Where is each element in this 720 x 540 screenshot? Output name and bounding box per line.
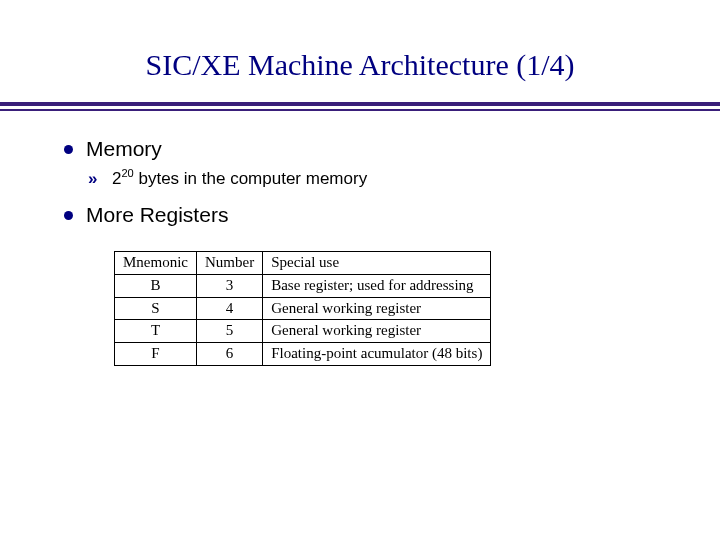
cell-use: General working register [263, 297, 491, 320]
cell-number: 3 [197, 274, 263, 297]
table-row: F 6 Floating-point acumulator (48 bits) [115, 343, 491, 366]
table-header-row: Mnemonic Number Special use [115, 252, 491, 275]
bullet-more-registers: More Registers Mnemonic Number Special u… [58, 203, 662, 366]
cell-mnemonic: F [115, 343, 197, 366]
slide: SIC/XE Machine Architecture (1/4) Memory… [0, 48, 720, 540]
bullet-memory: Memory » 220 bytes in the computer memor… [58, 137, 662, 189]
cell-number: 5 [197, 320, 263, 343]
cell-number: 6 [197, 343, 263, 366]
memory-rest: bytes in the computer memory [134, 169, 367, 188]
cell-use: General working register [263, 320, 491, 343]
col-mnemonic: Mnemonic [115, 252, 197, 275]
slide-body: Memory » 220 bytes in the computer memor… [0, 111, 720, 366]
table-row: B 3 Base register; used for addressing [115, 274, 491, 297]
col-number: Number [197, 252, 263, 275]
table-row: T 5 General working register [115, 320, 491, 343]
memory-exponent: 20 [121, 167, 133, 179]
arrow-icon: » [88, 169, 97, 189]
registers-table: Mnemonic Number Special use B 3 Base reg… [114, 251, 491, 366]
cell-mnemonic: T [115, 320, 197, 343]
cell-mnemonic: B [115, 274, 197, 297]
cell-mnemonic: S [115, 297, 197, 320]
col-special-use: Special use [263, 252, 491, 275]
cell-number: 4 [197, 297, 263, 320]
sub-bullet-list: » 220 bytes in the computer memory [86, 169, 662, 189]
cell-use: Floating-point acumulator (48 bits) [263, 343, 491, 366]
bullet-more-registers-label: More Registers [86, 203, 228, 226]
bullet-list: Memory » 220 bytes in the computer memor… [58, 137, 662, 366]
title-underline [0, 102, 720, 111]
registers-table-wrap: Mnemonic Number Special use B 3 Base reg… [114, 251, 662, 366]
slide-title: SIC/XE Machine Architecture (1/4) [0, 48, 720, 82]
table-row: S 4 General working register [115, 297, 491, 320]
sub-bullet-memory-bytes: » 220 bytes in the computer memory [86, 169, 662, 189]
cell-use: Base register; used for addressing [263, 274, 491, 297]
bullet-memory-label: Memory [86, 137, 162, 160]
